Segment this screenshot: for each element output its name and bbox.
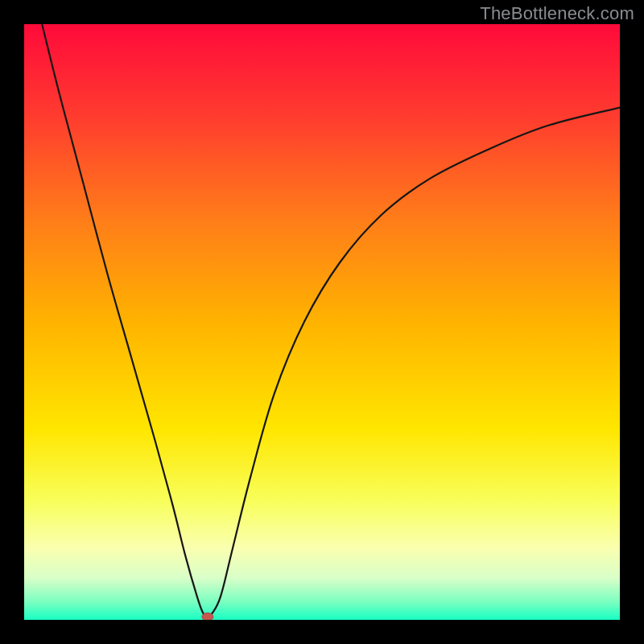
curve-svg (24, 24, 620, 620)
bottleneck-curve (42, 24, 620, 617)
chart-frame: TheBottleneck.com (0, 0, 644, 644)
minimum-marker (202, 613, 213, 620)
attribution-text: TheBottleneck.com (480, 3, 634, 24)
plot-area (24, 24, 620, 620)
